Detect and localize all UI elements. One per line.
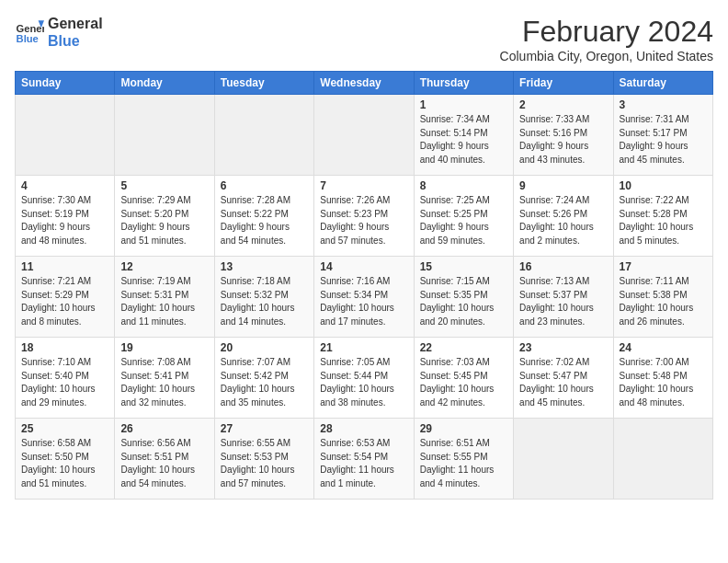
day-info: Sunrise: 7:00 AM Sunset: 5:48 PM Dayligh… [620, 356, 707, 409]
calendar-cell [613, 419, 712, 500]
day-info: Sunrise: 7:34 AM Sunset: 5:14 PM Dayligh… [420, 113, 507, 167]
day-number: 20 [221, 341, 308, 354]
day-info: Sunrise: 7:02 AM Sunset: 5:47 PM Dayligh… [519, 356, 607, 409]
calendar-cell: 18Sunrise: 7:10 AM Sunset: 5:40 PM Dayli… [16, 338, 115, 419]
calendar-cell: 13Sunrise: 7:18 AM Sunset: 5:32 PM Dayli… [214, 257, 313, 338]
calendar-cell [16, 95, 115, 176]
day-number: 5 [120, 179, 208, 192]
week-row-0: 1Sunrise: 7:34 AM Sunset: 5:14 PM Daylig… [16, 95, 713, 176]
calendar-cell: 22Sunrise: 7:03 AM Sunset: 5:45 PM Dayli… [414, 338, 513, 419]
header-sunday: Sunday [16, 72, 115, 95]
day-info: Sunrise: 7:18 AM Sunset: 5:32 PM Dayligh… [221, 275, 308, 328]
calendar-cell: 9Sunrise: 7:24 AM Sunset: 5:26 PM Daylig… [514, 176, 613, 257]
header-saturday: Saturday [613, 72, 712, 95]
week-row-3: 18Sunrise: 7:10 AM Sunset: 5:40 PM Dayli… [16, 338, 713, 419]
calendar-header: SundayMondayTuesdayWednesdayThursdayFrid… [16, 72, 713, 95]
calendar-cell [514, 419, 613, 500]
day-number: 16 [519, 260, 607, 273]
day-number: 25 [21, 422, 108, 435]
day-number: 17 [620, 260, 707, 273]
calendar-cell: 29Sunrise: 6:51 AM Sunset: 5:55 PM Dayli… [414, 419, 513, 500]
header-row: SundayMondayTuesdayWednesdayThursdayFrid… [16, 72, 713, 95]
calendar-cell [115, 95, 214, 176]
week-row-1: 4Sunrise: 7:30 AM Sunset: 5:19 PM Daylig… [16, 176, 713, 257]
day-info: Sunrise: 6:56 AM Sunset: 5:51 PM Dayligh… [120, 437, 208, 490]
day-number: 15 [420, 260, 507, 273]
day-number: 1 [420, 98, 507, 111]
svg-text:Blue: Blue [17, 33, 39, 44]
day-number: 2 [519, 98, 607, 111]
calendar-body: 1Sunrise: 7:34 AM Sunset: 5:14 PM Daylig… [16, 95, 713, 500]
day-number: 14 [320, 260, 407, 273]
day-number: 8 [420, 179, 507, 192]
calendar-cell: 14Sunrise: 7:16 AM Sunset: 5:34 PM Dayli… [314, 257, 414, 338]
day-number: 3 [620, 98, 707, 111]
day-info: Sunrise: 7:24 AM Sunset: 5:26 PM Dayligh… [519, 194, 607, 247]
day-number: 23 [519, 341, 607, 354]
day-info: Sunrise: 7:16 AM Sunset: 5:34 PM Dayligh… [320, 275, 407, 328]
calendar-cell: 6Sunrise: 7:28 AM Sunset: 5:22 PM Daylig… [214, 176, 313, 257]
day-info: Sunrise: 6:53 AM Sunset: 5:54 PM Dayligh… [320, 437, 407, 490]
calendar-cell: 20Sunrise: 7:07 AM Sunset: 5:42 PM Dayli… [214, 338, 313, 419]
day-info: Sunrise: 7:30 AM Sunset: 5:19 PM Dayligh… [21, 194, 108, 247]
calendar-cell [214, 95, 313, 176]
day-info: Sunrise: 7:10 AM Sunset: 5:40 PM Dayligh… [21, 356, 108, 409]
day-info: Sunrise: 7:19 AM Sunset: 5:31 PM Dayligh… [120, 275, 208, 328]
day-number: 29 [420, 422, 507, 435]
day-number: 6 [221, 179, 308, 192]
calendar-cell: 23Sunrise: 7:02 AM Sunset: 5:47 PM Dayli… [514, 338, 613, 419]
calendar-cell: 5Sunrise: 7:29 AM Sunset: 5:20 PM Daylig… [115, 176, 214, 257]
day-info: Sunrise: 7:11 AM Sunset: 5:38 PM Dayligh… [620, 275, 707, 328]
day-info: Sunrise: 6:58 AM Sunset: 5:50 PM Dayligh… [21, 437, 108, 490]
day-info: Sunrise: 6:51 AM Sunset: 5:55 PM Dayligh… [420, 437, 507, 490]
day-info: Sunrise: 7:25 AM Sunset: 5:25 PM Dayligh… [420, 194, 507, 247]
header-wednesday: Wednesday [314, 72, 414, 95]
day-number: 13 [221, 260, 308, 273]
day-number: 26 [120, 422, 208, 435]
day-info: Sunrise: 7:22 AM Sunset: 5:28 PM Dayligh… [620, 194, 707, 247]
location-subtitle: Columbia City, Oregon, United States [500, 49, 713, 63]
day-number: 12 [120, 260, 208, 273]
day-number: 24 [620, 341, 707, 354]
day-number: 22 [420, 341, 507, 354]
day-number: 7 [320, 179, 407, 192]
day-number: 21 [320, 341, 407, 354]
day-info: Sunrise: 7:07 AM Sunset: 5:42 PM Dayligh… [221, 356, 308, 409]
day-info: Sunrise: 7:33 AM Sunset: 5:16 PM Dayligh… [519, 113, 607, 167]
day-info: Sunrise: 7:05 AM Sunset: 5:44 PM Dayligh… [320, 356, 407, 409]
calendar-cell: 17Sunrise: 7:11 AM Sunset: 5:38 PM Dayli… [613, 257, 712, 338]
calendar-cell: 26Sunrise: 6:56 AM Sunset: 5:51 PM Dayli… [115, 419, 214, 500]
header-tuesday: Tuesday [214, 72, 313, 95]
calendar-cell: 7Sunrise: 7:26 AM Sunset: 5:23 PM Daylig… [314, 176, 414, 257]
day-info: Sunrise: 7:26 AM Sunset: 5:23 PM Dayligh… [320, 194, 407, 247]
calendar-table: SundayMondayTuesdayWednesdayThursdayFrid… [15, 71, 713, 500]
week-row-2: 11Sunrise: 7:21 AM Sunset: 5:29 PM Dayli… [16, 257, 713, 338]
day-info: Sunrise: 7:03 AM Sunset: 5:45 PM Dayligh… [420, 356, 507, 409]
calendar-cell: 8Sunrise: 7:25 AM Sunset: 5:25 PM Daylig… [414, 176, 513, 257]
calendar-cell: 11Sunrise: 7:21 AM Sunset: 5:29 PM Dayli… [16, 257, 115, 338]
day-info: Sunrise: 6:55 AM Sunset: 5:53 PM Dayligh… [221, 437, 308, 490]
day-info: Sunrise: 7:15 AM Sunset: 5:35 PM Dayligh… [420, 275, 507, 328]
logo-general: General [48, 15, 103, 32]
calendar-cell: 10Sunrise: 7:22 AM Sunset: 5:28 PM Dayli… [613, 176, 712, 257]
page-header: General Blue General Blue February 2024 … [15, 15, 713, 63]
logo-blue: Blue [48, 32, 103, 50]
calendar-cell: 19Sunrise: 7:08 AM Sunset: 5:41 PM Dayli… [115, 338, 214, 419]
day-info: Sunrise: 7:21 AM Sunset: 5:29 PM Dayligh… [21, 275, 108, 328]
calendar-cell: 12Sunrise: 7:19 AM Sunset: 5:31 PM Dayli… [115, 257, 214, 338]
month-title: February 2024 [500, 15, 713, 49]
calendar-cell: 2Sunrise: 7:33 AM Sunset: 5:16 PM Daylig… [514, 95, 613, 176]
day-number: 18 [21, 341, 108, 354]
day-info: Sunrise: 7:31 AM Sunset: 5:17 PM Dayligh… [620, 113, 707, 167]
header-friday: Friday [514, 72, 613, 95]
calendar-cell: 28Sunrise: 6:53 AM Sunset: 5:54 PM Dayli… [314, 419, 414, 500]
day-info: Sunrise: 7:08 AM Sunset: 5:41 PM Dayligh… [120, 356, 208, 409]
calendar-cell: 3Sunrise: 7:31 AM Sunset: 5:17 PM Daylig… [613, 95, 712, 176]
calendar-cell: 27Sunrise: 6:55 AM Sunset: 5:53 PM Dayli… [214, 419, 313, 500]
week-row-4: 25Sunrise: 6:58 AM Sunset: 5:50 PM Dayli… [16, 419, 713, 500]
day-number: 4 [21, 179, 108, 192]
calendar-cell: 1Sunrise: 7:34 AM Sunset: 5:14 PM Daylig… [414, 95, 513, 176]
calendar-cell: 15Sunrise: 7:15 AM Sunset: 5:35 PM Dayli… [414, 257, 513, 338]
title-block: February 2024 Columbia City, Oregon, Uni… [500, 15, 713, 63]
header-monday: Monday [115, 72, 214, 95]
